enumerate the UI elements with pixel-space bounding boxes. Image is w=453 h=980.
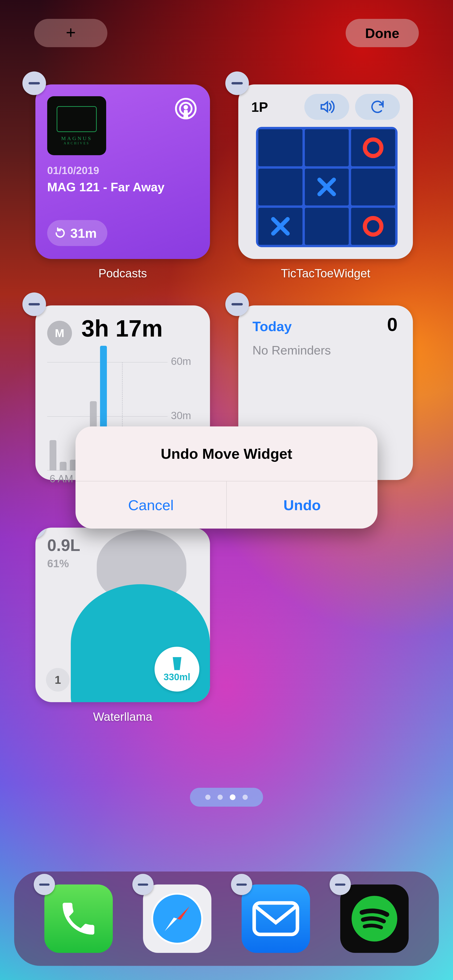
- alert-backdrop: Undo Move Widget Cancel Undo: [0, 0, 453, 980]
- alert-undo-button[interactable]: Undo: [226, 481, 378, 528]
- alert-title: Undo Move Widget: [75, 426, 378, 481]
- undo-alert: Undo Move Widget Cancel Undo: [75, 426, 378, 528]
- alert-cancel-button[interactable]: Cancel: [75, 481, 226, 528]
